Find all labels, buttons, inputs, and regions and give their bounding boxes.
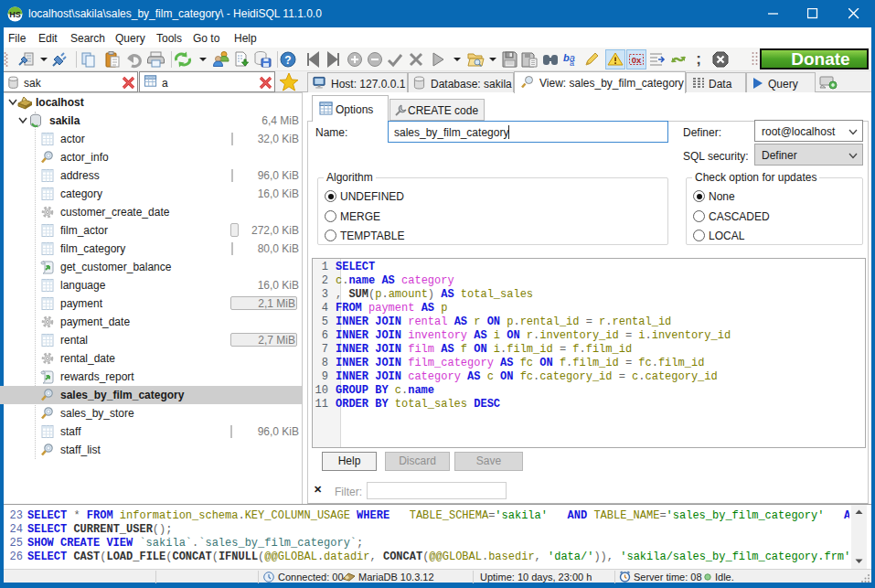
- svg-text:?: ?: [284, 54, 291, 67]
- svg-text:a: a: [570, 59, 574, 68]
- svg-text:0x: 0x: [632, 55, 642, 65]
- svg-text:HS: HS: [9, 10, 21, 19]
- svg-text:;: ;: [696, 50, 701, 68]
